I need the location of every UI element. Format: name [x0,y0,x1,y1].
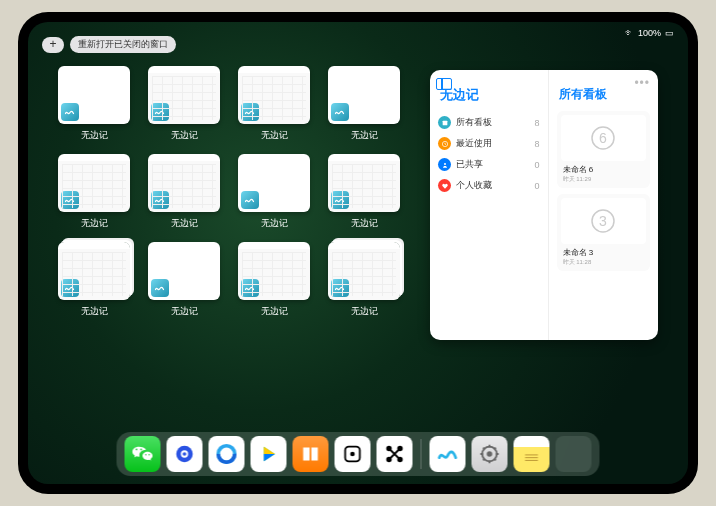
stage-manager-canvas: 无边记无边记无边记无边记无边记无边记无边记无边记无边记无边记无边记无边记 •••… [58,66,658,430]
window-thumbnail[interactable]: 无边记 [58,154,130,240]
freeform-app-icon [61,103,79,121]
svg-text:3: 3 [599,213,607,229]
dock-app-freeform[interactable] [430,436,466,472]
board-title: 未命名 6 [561,164,646,175]
category-count: 8 [535,118,540,128]
window-thumbnail[interactable]: 无边记 [58,66,130,152]
svg-point-13 [350,452,355,457]
top-bar: + 重新打开已关闭的窗口 [42,36,176,53]
category-count: 0 [535,160,540,170]
category-count: 8 [535,139,540,149]
freeform-app-icon [151,191,169,209]
freeform-app-icon [331,103,349,121]
thumbnail-label: 无边记 [351,129,378,142]
more-icon[interactable]: ••• [634,76,650,90]
thumbnail-label: 无边记 [261,305,288,318]
window-thumbnail[interactable]: 无边记 [328,154,400,240]
category-row[interactable]: 最近使用8 [438,133,540,154]
window-thumbnail[interactable]: 无边记 [238,242,310,328]
dock-app-folder[interactable] [556,436,592,472]
category-label: 所有看板 [456,116,492,129]
battery-label: 100% [638,28,661,38]
dock-app-wechat[interactable] [125,436,161,472]
dock-app-settings[interactable] [472,436,508,472]
svg-point-2 [444,163,446,165]
screen: ᯤ 100% ▭ + 重新打开已关闭的窗口 无边记无边记无边记无边记无边记无边记… [28,22,688,484]
freeform-app-icon [151,103,169,121]
category-row[interactable]: 已共享0 [438,154,540,175]
board-preview: 3 [561,198,646,244]
dock-app-notes[interactable] [514,436,550,472]
category-row[interactable]: 所有看板8 [438,112,540,133]
dock [117,432,600,476]
board-date: 昨天 11:28 [561,258,646,267]
window-thumbnail[interactable]: 无边记 [328,66,400,152]
freeform-app-icon [151,279,169,297]
thumbnail-label: 无边记 [81,129,108,142]
category-icon [438,137,451,150]
category-row[interactable]: 个人收藏0 [438,175,540,196]
board-date: 昨天 11:29 [561,175,646,184]
board-preview: 6 [561,115,646,161]
thumbnail-label: 无边记 [171,305,198,318]
window-thumbnail[interactable]: 无边记 [328,242,400,328]
freeform-app-icon [241,279,259,297]
dock-app-qqbrowser[interactable] [209,436,245,472]
dock-app-books[interactable] [293,436,329,472]
category-icon [438,179,451,192]
dock-app-game[interactable] [335,436,371,472]
thumbnail-label: 无边记 [261,217,288,230]
window-thumbnails-grid: 无边记无边记无边记无边记无边记无边记无边记无边记无边记无边记无边记无边记 [58,66,400,430]
freeform-app-icon [61,191,79,209]
dock-app-video[interactable] [251,436,287,472]
category-icon [438,158,451,171]
window-thumbnail[interactable]: 无边记 [238,66,310,152]
board-title: 未命名 3 [561,247,646,258]
window-thumbnail[interactable]: 无边记 [58,242,130,328]
new-window-button[interactable]: + [42,37,64,53]
freeform-app-icon [331,191,349,209]
thumbnail-label: 无边记 [261,129,288,142]
window-thumbnail[interactable]: 无边记 [148,242,220,328]
board-item[interactable]: 3未命名 3昨天 11:28 [557,194,650,271]
category-icon [438,116,451,129]
svg-point-19 [487,451,493,457]
svg-text:6: 6 [599,130,607,146]
category-label: 个人收藏 [456,179,492,192]
freeform-app-icon [331,279,349,297]
window-thumbnail[interactable]: 无边记 [238,154,310,240]
category-label: 已共享 [456,158,483,171]
dock-app-quark[interactable] [167,436,203,472]
thumbnail-label: 无边记 [81,305,108,318]
wifi-icon: ᯤ [625,28,634,38]
dock-app-mindmap[interactable] [377,436,413,472]
popup-sidebar: 无边记 所有看板8最近使用8已共享0个人收藏0 [430,70,549,340]
category-label: 最近使用 [456,137,492,150]
battery-icon: ▭ [665,28,674,38]
thumbnail-label: 无边记 [351,305,378,318]
svg-rect-0 [442,120,447,125]
board-item[interactable]: 6未命名 6昨天 11:29 [557,111,650,188]
thumbnail-label: 无边记 [171,129,198,142]
popup-left-title: 无边记 [440,86,540,104]
sidebar-toggle-icon[interactable] [436,78,452,90]
freeform-app-icon [241,191,259,209]
window-thumbnail[interactable]: 无边记 [148,154,220,240]
freeform-popup-window[interactable]: ••• 无边记 所有看板8最近使用8已共享0个人收藏0 所有看板 6未命名 6昨… [430,70,658,340]
svg-point-9 [183,452,187,456]
popup-boards-pane: 所有看板 6未命名 6昨天 11:293未命名 3昨天 11:28 [549,70,658,340]
thumbnail-label: 无边记 [351,217,378,230]
ipad-frame: ᯤ 100% ▭ + 重新打开已关闭的窗口 无边记无边记无边记无边记无边记无边记… [18,12,698,494]
status-bar: ᯤ 100% ▭ [625,28,674,38]
thumbnail-label: 无边记 [81,217,108,230]
dock-separator [421,439,422,469]
category-count: 0 [535,181,540,191]
freeform-app-icon [61,279,79,297]
window-thumbnail[interactable]: 无边记 [148,66,220,152]
reopen-closed-window-button[interactable]: 重新打开已关闭的窗口 [70,36,176,53]
thumbnail-label: 无边记 [171,217,198,230]
freeform-app-icon [241,103,259,121]
